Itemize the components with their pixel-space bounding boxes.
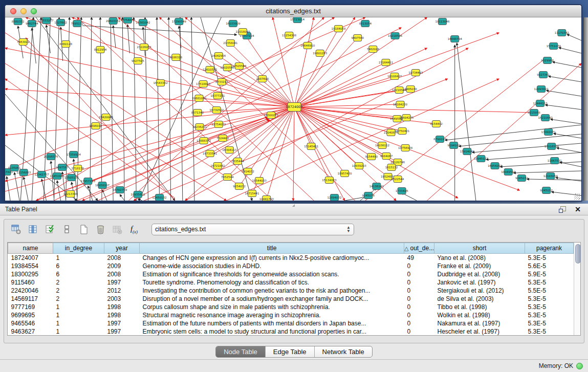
table-row[interactable]: 911546021997Tourette syndrome. Phenomeno… [8,278,574,287]
table-cell[interactable]: 1997 [104,327,140,336]
table-cell[interactable]: Estimation of significance thresholds fo… [140,270,404,278]
close-panel-icon[interactable]: ✕ [575,206,581,213]
tab-network-table[interactable]: Network Table [314,346,372,357]
table-cell[interactable]: 1998 [104,311,140,319]
column-header-short[interactable]: short [434,243,525,254]
table-cell[interactable]: Jankovic et al. (1997) [434,278,525,287]
table-row[interactable]: 1830029562008Estimation of significance … [8,270,574,278]
show-columns-icon[interactable] [26,223,39,236]
table-row[interactable]: 946362711997Embryonic stem cells: a mode… [8,327,574,336]
network-canvas[interactable]: 8580332946274410553267152760276951722060… [5,17,581,201]
table-cell[interactable]: Tibbo et al. (1998) [434,303,525,311]
table-cell[interactable]: 0 [404,287,434,295]
table-cell[interactable]: 14569117 [8,295,53,303]
table-cell[interactable]: Structural magnetic resonance image aver… [140,311,404,319]
table-cell[interactable]: Yano et al. (2008) [434,254,525,262]
table-cell[interactable]: Wolkin et al. (1998) [434,311,525,319]
table-row[interactable]: 1456911722003Disruption of a novel membe… [8,295,574,303]
panel-resize-handle[interactable] [292,204,295,207]
vertical-scrollbar[interactable] [574,243,580,335]
table-cell[interactable]: 18300295 [8,270,53,278]
table-cell[interactable]: 1998 [104,303,140,311]
table-row[interactable]: 1938455462009Genome-wide association stu… [8,262,574,270]
table-cell[interactable]: Investigating the contribution of common… [140,287,404,295]
table-cell[interactable]: 2008 [104,270,140,278]
table-cell[interactable]: 2008 [104,254,140,262]
table-cell[interactable]: 9777169 [8,303,53,311]
table-cell[interactable]: 0 [404,295,434,303]
table-cell[interactable]: 22420046 [8,287,53,295]
column-header-year[interactable]: year [104,243,140,254]
table-cell[interactable]: 5.3E-5 [525,311,574,319]
scrollbar-thumb[interactable] [575,244,581,264]
memory-status-indicator[interactable] [576,363,583,369]
column-header-pagerank[interactable]: pagerank [525,243,574,254]
table-cell[interactable]: 1997 [104,319,140,327]
table-cell[interactable]: 5.3E-5 [525,254,574,262]
table-cell[interactable]: 0 [404,262,434,270]
table-cell[interactable]: 5.6E-5 [525,262,574,270]
table-cell[interactable]: 5.5E-5 [525,287,574,295]
table-cell[interactable]: 0 [404,311,434,319]
table-cell[interactable]: Disruption of a novel member of a sodium… [140,295,404,303]
table-cell[interactable]: 49 [404,254,434,262]
table-cell[interactable]: 2 [53,287,104,295]
table-cell[interactable]: 0 [404,303,434,311]
table-row[interactable]: 1872400712008Changes of HCN gene express… [8,254,574,262]
table-cell[interactable]: 2003 [104,295,140,303]
table-cell[interactable]: Genome-wide association studies in ADHD. [140,262,404,270]
float-panel-icon[interactable] [559,206,567,213]
create-column-icon[interactable] [77,223,90,236]
zoom-window-button[interactable] [31,8,37,14]
table-cell[interactable]: 19384554 [8,262,53,270]
table-row[interactable]: 969969511998Structural magnetic resonanc… [8,311,574,319]
table-cell[interactable]: 5.3E-5 [525,319,574,327]
table-cell[interactable]: Stergiakouli et al. (2012) [434,287,525,295]
table-cell[interactable]: 5.3E-5 [525,295,574,303]
table-cell[interactable]: 0 [404,278,434,287]
close-window-button[interactable] [10,8,16,14]
table-row[interactable]: 946554611997Estimation of the future num… [8,319,574,327]
node-table[interactable]: namein_degreeyeartitle△out_de...shortpag… [8,243,574,336]
table-cell[interactable]: 1 [53,311,104,319]
row-height-icon[interactable] [60,223,73,236]
table-cell[interactable]: 5.3E-5 [525,303,574,311]
table-cell[interactable]: 9463627 [8,327,53,336]
table-cell[interactable]: 9115460 [8,278,53,287]
table-cell[interactable]: Tourette syndrome. Phenomenology and cla… [140,278,404,287]
table-cell[interactable]: Estimation of the future numbers of pati… [140,319,404,327]
citation-network-graph[interactable]: 8580332946274410553267152760276951722060… [5,17,581,201]
table-cell[interactable]: 2009 [104,262,140,270]
table-select-dropdown[interactable]: citations_edges.txt ▲▼ [151,224,354,235]
function-builder-icon[interactable]: f(x) [127,223,141,236]
table-cell[interactable]: 5.3E-5 [525,278,574,287]
table-cell[interactable]: 18724007 [8,254,53,262]
delete-column-trash-icon[interactable] [94,223,107,236]
table-cell[interactable]: 0 [404,327,434,336]
minimize-window-button[interactable] [20,8,27,14]
table-cell[interactable]: Embryonic stem cells: a model to study s… [140,327,404,336]
table-cell[interactable]: 1 [53,254,104,262]
table-mode-icon[interactable] [9,223,23,236]
table-row[interactable]: 2242004622012Investigating the contribut… [8,287,574,295]
table-cell[interactable]: 2 [53,278,104,287]
table-cell[interactable]: Corpus callosum shape and size in male p… [140,303,404,311]
table-cell[interactable]: 0 [404,319,434,327]
table-cell[interactable]: Nakamura et al. (1997) [434,319,525,327]
table-row[interactable]: 977716911998Corpus callosum shape and si… [8,303,574,311]
table-cell[interactable]: 6 [53,270,104,278]
table-cell[interactable]: 2 [53,295,104,303]
tab-node-table[interactable]: Node Table [216,346,265,357]
table-cell[interactable]: Dudbridge et al. (2008) [434,270,525,278]
column-header-out-de-[interactable]: △out_de... [404,243,434,254]
table-cell[interactable]: 1 [53,327,104,336]
table-cell[interactable]: Changes of HCN gene expression and I(f) … [140,254,404,262]
column-checklist-icon[interactable] [43,223,56,236]
table-cell[interactable]: Franke et al. (2009) [434,262,525,270]
column-header-in-degree[interactable]: in_degree [53,243,104,254]
table-cell[interactable]: 1 [53,319,104,327]
tab-edge-table[interactable]: Edge Table [265,346,314,357]
window-titlebar[interactable]: citations_edges.txt [5,5,581,17]
table-cell[interactable]: 9465546 [8,319,53,327]
table-cell[interactable]: 5.9E-5 [525,270,574,278]
